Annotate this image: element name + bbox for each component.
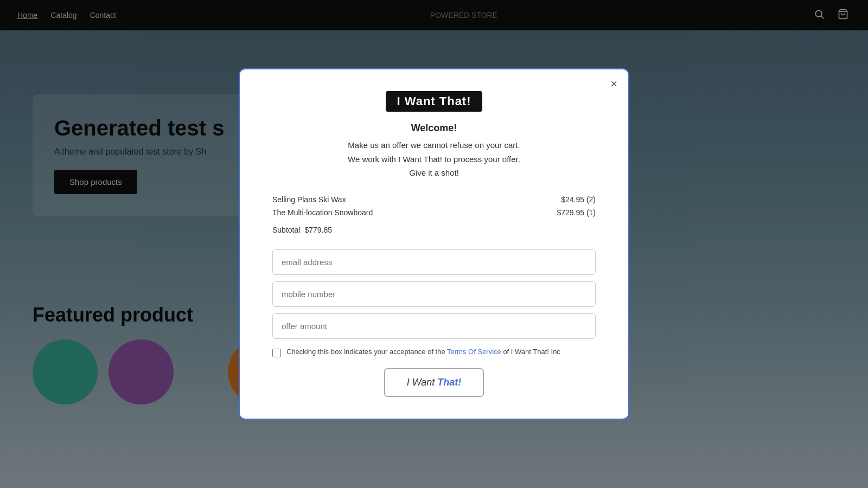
tos-link[interactable]: Terms Of Service	[447, 348, 501, 356]
modal-logo: I Want That!	[272, 91, 596, 112]
email-input[interactable]	[272, 249, 596, 275]
modal-desc-line1: Make us an offer we cannot refuse on you…	[348, 140, 520, 150]
modal-logo-text: I Want That!	[386, 91, 482, 112]
cart-item-1: Selling Plans Ski Wax $24.95 (2)	[272, 195, 596, 204]
cart-item-1-name: Selling Plans Ski Wax	[272, 195, 561, 204]
modal-close-button[interactable]: ×	[610, 78, 617, 90]
submit-part2: That!	[437, 377, 461, 388]
modal-desc-line3: Give it a shot!	[409, 168, 459, 177]
tos-row: Checking this box indicates your accepta…	[272, 348, 596, 357]
tos-text: Checking this box indicates your accepta…	[286, 348, 560, 356]
modal: × I Want That! Welcome! Make us an offer…	[239, 68, 629, 420]
modal-welcome: Welcome!	[272, 123, 596, 134]
subtotal-label: Subtotal	[272, 226, 300, 234]
cart-item-1-price: $24.95 (2)	[561, 195, 596, 204]
modal-desc-line2: We work with I Want That! to process you…	[348, 155, 520, 164]
cart-items: Selling Plans Ski Wax $24.95 (2) The Mul…	[272, 195, 596, 217]
modal-description: Make us an offer we cannot refuse on you…	[272, 138, 596, 180]
cart-item-2: The Multi-location Snowboard $729.95 (1)	[272, 208, 596, 217]
modal-overlay: × I Want That! Welcome! Make us an offer…	[0, 0, 868, 488]
form-fields	[272, 249, 596, 339]
tos-checkbox[interactable]	[272, 349, 281, 357]
submit-button[interactable]: I Want That!	[384, 368, 484, 397]
cart-subtotal: Subtotal $779.85	[272, 226, 596, 234]
offer-input[interactable]	[272, 313, 596, 339]
subtotal-value: $779.85	[304, 226, 332, 234]
submit-part1: I Want	[407, 377, 438, 388]
cart-item-2-name: The Multi-location Snowboard	[272, 208, 557, 217]
mobile-input[interactable]	[272, 281, 596, 307]
cart-item-2-price: $729.95 (1)	[557, 208, 596, 217]
